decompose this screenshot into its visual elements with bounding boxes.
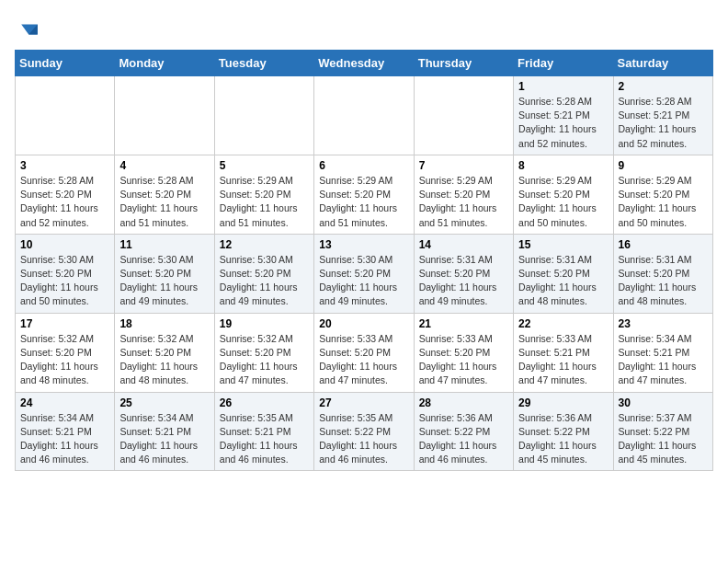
calendar-cell: 29Sunrise: 5:36 AMSunset: 5:22 PMDayligh… bbox=[514, 392, 613, 471]
day-info: Sunrise: 5:31 AMSunset: 5:20 PMDaylight:… bbox=[518, 254, 597, 307]
day-number: 30 bbox=[619, 396, 708, 409]
calendar-header-monday: Monday bbox=[115, 51, 214, 76]
day-number: 23 bbox=[619, 317, 708, 330]
day-info: Sunrise: 5:32 AMSunset: 5:20 PMDaylight:… bbox=[119, 333, 198, 386]
day-info: Sunrise: 5:29 AMSunset: 5:20 PMDaylight:… bbox=[518, 175, 597, 228]
day-number: 6 bbox=[319, 159, 408, 172]
day-number: 8 bbox=[518, 159, 608, 172]
day-info: Sunrise: 5:34 AMSunset: 5:21 PMDaylight:… bbox=[119, 412, 198, 465]
calendar-cell: 7Sunrise: 5:29 AMSunset: 5:20 PMDaylight… bbox=[414, 155, 513, 234]
day-info: Sunrise: 5:29 AMSunset: 5:20 PMDaylight:… bbox=[220, 175, 298, 228]
day-number: 26 bbox=[220, 396, 309, 409]
calendar-header-wednesday: Wednesday bbox=[314, 51, 414, 76]
day-number: 18 bbox=[119, 317, 209, 330]
calendar-header-sunday: Sunday bbox=[16, 51, 115, 76]
day-info: Sunrise: 5:33 AMSunset: 5:20 PMDaylight:… bbox=[419, 333, 497, 386]
calendar-cell bbox=[16, 76, 115, 155]
day-info: Sunrise: 5:28 AMSunset: 5:21 PMDaylight:… bbox=[518, 96, 597, 149]
calendar-cell: 18Sunrise: 5:32 AMSunset: 5:20 PMDayligh… bbox=[115, 313, 214, 392]
day-info: Sunrise: 5:35 AMSunset: 5:21 PMDaylight:… bbox=[220, 412, 298, 465]
calendar-cell: 2Sunrise: 5:28 AMSunset: 5:21 PMDaylight… bbox=[613, 76, 712, 155]
calendar-cell: 6Sunrise: 5:29 AMSunset: 5:20 PMDaylight… bbox=[314, 155, 414, 234]
calendar-cell: 17Sunrise: 5:32 AMSunset: 5:20 PMDayligh… bbox=[16, 313, 115, 392]
day-info: Sunrise: 5:33 AMSunset: 5:20 PMDaylight:… bbox=[319, 333, 397, 386]
day-number: 22 bbox=[518, 317, 608, 330]
day-info: Sunrise: 5:29 AMSunset: 5:20 PMDaylight:… bbox=[319, 175, 397, 228]
calendar-cell: 28Sunrise: 5:36 AMSunset: 5:22 PMDayligh… bbox=[414, 392, 513, 471]
calendar-cell: 3Sunrise: 5:28 AMSunset: 5:20 PMDaylight… bbox=[16, 155, 115, 234]
calendar-cell: 20Sunrise: 5:33 AMSunset: 5:20 PMDayligh… bbox=[314, 313, 414, 392]
day-info: Sunrise: 5:29 AMSunset: 5:20 PMDaylight:… bbox=[419, 175, 497, 228]
day-info: Sunrise: 5:32 AMSunset: 5:20 PMDaylight:… bbox=[220, 333, 298, 386]
page-header bbox=[15, 15, 713, 40]
calendar-table: SundayMondayTuesdayWednesdayThursdayFrid… bbox=[15, 50, 713, 471]
day-number: 27 bbox=[319, 396, 408, 409]
day-info: Sunrise: 5:30 AMSunset: 5:20 PMDaylight:… bbox=[20, 254, 98, 307]
calendar-header-friday: Friday bbox=[514, 51, 613, 76]
calendar-cell bbox=[414, 76, 513, 155]
day-number: 14 bbox=[419, 238, 508, 251]
calendar-week-row: 1Sunrise: 5:28 AMSunset: 5:21 PMDaylight… bbox=[16, 76, 713, 155]
calendar-cell: 1Sunrise: 5:28 AMSunset: 5:21 PMDaylight… bbox=[514, 76, 613, 155]
calendar-cell: 8Sunrise: 5:29 AMSunset: 5:20 PMDaylight… bbox=[514, 155, 613, 234]
day-info: Sunrise: 5:31 AMSunset: 5:20 PMDaylight:… bbox=[419, 254, 497, 307]
day-info: Sunrise: 5:28 AMSunset: 5:20 PMDaylight:… bbox=[119, 175, 198, 228]
calendar-cell: 10Sunrise: 5:30 AMSunset: 5:20 PMDayligh… bbox=[16, 234, 115, 313]
calendar-cell: 4Sunrise: 5:28 AMSunset: 5:20 PMDaylight… bbox=[115, 155, 214, 234]
day-number: 16 bbox=[619, 238, 708, 251]
day-number: 13 bbox=[319, 238, 408, 251]
calendar-cell: 26Sunrise: 5:35 AMSunset: 5:21 PMDayligh… bbox=[214, 392, 313, 471]
day-info: Sunrise: 5:28 AMSunset: 5:21 PMDaylight:… bbox=[619, 96, 697, 149]
day-number: 28 bbox=[419, 396, 508, 409]
day-info: Sunrise: 5:34 AMSunset: 5:21 PMDaylight:… bbox=[619, 333, 697, 386]
day-number: 19 bbox=[220, 317, 309, 330]
calendar-week-row: 24Sunrise: 5:34 AMSunset: 5:21 PMDayligh… bbox=[16, 392, 713, 471]
calendar-cell: 30Sunrise: 5:37 AMSunset: 5:22 PMDayligh… bbox=[613, 392, 712, 471]
day-number: 29 bbox=[518, 396, 608, 409]
day-info: Sunrise: 5:33 AMSunset: 5:21 PMDaylight:… bbox=[518, 333, 597, 386]
calendar-cell bbox=[115, 76, 214, 155]
calendar-week-row: 3Sunrise: 5:28 AMSunset: 5:20 PMDaylight… bbox=[16, 155, 713, 234]
day-number: 24 bbox=[20, 396, 109, 409]
day-info: Sunrise: 5:30 AMSunset: 5:20 PMDaylight:… bbox=[220, 254, 298, 307]
day-number: 11 bbox=[119, 238, 209, 251]
day-number: 17 bbox=[20, 317, 109, 330]
calendar-header-thursday: Thursday bbox=[414, 51, 513, 76]
day-number: 9 bbox=[619, 159, 708, 172]
day-info: Sunrise: 5:37 AMSunset: 5:22 PMDaylight:… bbox=[619, 412, 697, 465]
calendar-cell: 12Sunrise: 5:30 AMSunset: 5:20 PMDayligh… bbox=[214, 234, 313, 313]
logo-icon bbox=[18, 18, 40, 40]
day-info: Sunrise: 5:36 AMSunset: 5:22 PMDaylight:… bbox=[419, 412, 497, 465]
calendar-cell: 13Sunrise: 5:30 AMSunset: 5:20 PMDayligh… bbox=[314, 234, 414, 313]
day-number: 4 bbox=[119, 159, 209, 172]
calendar-cell: 21Sunrise: 5:33 AMSunset: 5:20 PMDayligh… bbox=[414, 313, 513, 392]
calendar-cell: 15Sunrise: 5:31 AMSunset: 5:20 PMDayligh… bbox=[514, 234, 613, 313]
calendar-header-row: SundayMondayTuesdayWednesdayThursdayFrid… bbox=[16, 51, 713, 76]
day-info: Sunrise: 5:31 AMSunset: 5:20 PMDaylight:… bbox=[619, 254, 697, 307]
day-number: 3 bbox=[20, 159, 109, 172]
calendar-week-row: 17Sunrise: 5:32 AMSunset: 5:20 PMDayligh… bbox=[16, 313, 713, 392]
calendar-cell: 11Sunrise: 5:30 AMSunset: 5:20 PMDayligh… bbox=[115, 234, 214, 313]
day-number: 10 bbox=[20, 238, 109, 251]
calendar-cell: 5Sunrise: 5:29 AMSunset: 5:20 PMDaylight… bbox=[214, 155, 313, 234]
day-number: 2 bbox=[619, 80, 708, 93]
day-number: 5 bbox=[220, 159, 309, 172]
day-info: Sunrise: 5:29 AMSunset: 5:20 PMDaylight:… bbox=[619, 175, 697, 228]
day-info: Sunrise: 5:28 AMSunset: 5:20 PMDaylight:… bbox=[20, 175, 98, 228]
calendar-cell bbox=[214, 76, 313, 155]
day-info: Sunrise: 5:36 AMSunset: 5:22 PMDaylight:… bbox=[518, 412, 597, 465]
day-number: 15 bbox=[518, 238, 608, 251]
day-number: 12 bbox=[220, 238, 309, 251]
logo bbox=[15, 15, 40, 40]
calendar-cell: 16Sunrise: 5:31 AMSunset: 5:20 PMDayligh… bbox=[613, 234, 712, 313]
day-info: Sunrise: 5:30 AMSunset: 5:20 PMDaylight:… bbox=[319, 254, 397, 307]
day-number: 20 bbox=[319, 317, 408, 330]
day-info: Sunrise: 5:32 AMSunset: 5:20 PMDaylight:… bbox=[20, 333, 98, 386]
calendar-cell bbox=[314, 76, 414, 155]
calendar-cell: 14Sunrise: 5:31 AMSunset: 5:20 PMDayligh… bbox=[414, 234, 513, 313]
day-number: 21 bbox=[419, 317, 508, 330]
day-info: Sunrise: 5:34 AMSunset: 5:21 PMDaylight:… bbox=[20, 412, 98, 465]
calendar-week-row: 10Sunrise: 5:30 AMSunset: 5:20 PMDayligh… bbox=[16, 234, 713, 313]
calendar-cell: 9Sunrise: 5:29 AMSunset: 5:20 PMDaylight… bbox=[613, 155, 712, 234]
day-info: Sunrise: 5:35 AMSunset: 5:22 PMDaylight:… bbox=[319, 412, 397, 465]
